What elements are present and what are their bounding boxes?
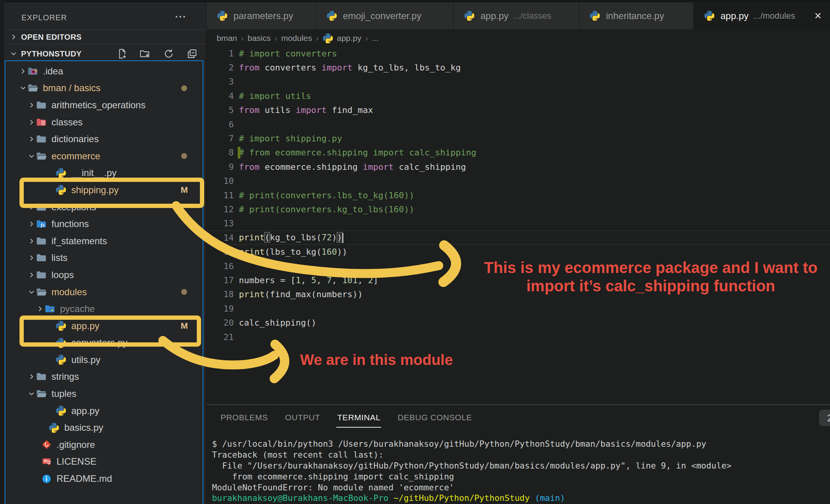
breadcrumb-item[interactable]: modules xyxy=(281,33,312,43)
tree-item-converters-py[interactable]: converters.py xyxy=(5,335,201,352)
breadcrumb-item[interactable]: basics xyxy=(247,33,271,43)
open-editors-section[interactable]: OPEN EDITORS xyxy=(4,30,206,44)
breadcrumb[interactable]: bman›basics›modules›app.py›... xyxy=(217,32,379,45)
editor-tab-emoji_converter-py[interactable]: emoji_converter.py xyxy=(316,2,454,29)
editor-tab-parameters-py[interactable]: parameters.py xyxy=(207,2,316,29)
code-area[interactable]: 1# import converters2from converters imp… xyxy=(207,46,830,344)
tree-item-arithmetics-operations[interactable]: arithmetics_operations xyxy=(5,97,201,114)
code-line-3[interactable]: 3 xyxy=(207,75,830,89)
panel-tab-problems[interactable]: PROBLEMS xyxy=(221,413,268,428)
tree-item-shipping-py[interactable]: shipping.pyM xyxy=(5,182,201,199)
code-line-17[interactable]: 17numbers = [1, 5, 7, 101, 2] xyxy=(207,273,830,287)
new-file-icon[interactable] xyxy=(116,48,128,60)
terminal-line-2: Traceback (most recent call last): xyxy=(212,449,731,460)
code-line-9[interactable]: 9from ecommerce.shipping import calc_shi… xyxy=(207,160,830,174)
tree-item-tuples[interactable]: tuples xyxy=(5,385,201,402)
line-number: 10 xyxy=(207,176,234,186)
terminal-line-5: ModuleNotFoundError: No module named 'ec… xyxy=(212,482,731,493)
tree-item-lists[interactable]: lists xyxy=(5,250,201,267)
text-cursor xyxy=(343,233,343,243)
tree-item-label: modules xyxy=(51,287,87,298)
tree-item-classes[interactable]: classes xyxy=(5,114,201,131)
tree-item-label: tuples xyxy=(51,388,76,399)
python-icon xyxy=(322,33,334,44)
tree-item-app-py[interactable]: app.pyM xyxy=(5,317,201,335)
chevron-down-icon xyxy=(27,389,36,398)
code-line-1[interactable]: 1# import converters xyxy=(207,46,830,60)
close-icon[interactable]: ✕ xyxy=(814,11,822,21)
new-folder-icon[interactable] xyxy=(139,48,152,60)
code-text: from ecommerce.shipping import calc_ship… xyxy=(239,162,466,172)
python-icon xyxy=(217,10,228,21)
tab-label: app.py xyxy=(480,11,509,21)
tree-item-label: bman / basics xyxy=(43,83,101,93)
panel-tab-output[interactable]: OUTPUT xyxy=(285,413,320,428)
left-edge-strip xyxy=(0,0,4,504)
code-line-15[interactable]: 15print(lbs_to_kg(160)) xyxy=(207,245,830,259)
breadcrumb-item[interactable]: ... xyxy=(372,33,379,43)
terminal-output[interactable]: $ /usr/local/bin/python3 /Users/burakhan… xyxy=(212,439,731,504)
tree-item-bman-basics[interactable]: bman / basics xyxy=(5,80,201,97)
tree-item-if-statements[interactable]: if_statements xyxy=(5,233,201,250)
breadcrumb-item[interactable]: bman xyxy=(217,33,237,43)
panel-tab-terminal[interactable]: TERMINAL xyxy=(337,413,380,428)
code-line-8[interactable]: 8# from ecommerce.shipping import calc_s… xyxy=(207,146,830,160)
tree-item-basics-py[interactable]: basics.py xyxy=(5,419,201,436)
python-icon xyxy=(55,167,67,179)
code-line-19[interactable]: 19 xyxy=(207,301,830,315)
code-line-10[interactable]: 10 xyxy=(207,174,830,188)
tree-item-strings[interactable]: strings xyxy=(5,368,201,386)
editor-tab-app-py[interactable]: app.py.../classes xyxy=(454,2,579,29)
tree-item-label: LICENSE xyxy=(57,456,97,467)
tree-item-label: dictionaries xyxy=(51,134,99,145)
tree-item--idea[interactable]: .idea xyxy=(5,63,201,80)
line-number: 21 xyxy=(207,332,234,342)
code-editor[interactable]: bman›basics›modules›app.py›... 1# import… xyxy=(207,29,830,404)
tree-item-readme-md[interactable]: README.md xyxy=(5,470,201,487)
tree-item-ecommerce[interactable]: ecommerce xyxy=(5,148,201,165)
folder-open-icon xyxy=(36,388,47,399)
tree-item-label: pycache xyxy=(60,303,95,314)
code-line-4[interactable]: 4# import utils xyxy=(207,89,830,103)
code-line-11[interactable]: 11# print(converters.lbs_to_kg(160)) xyxy=(207,188,830,202)
svg-text:fx: fx xyxy=(41,223,45,228)
tree-item-exceptions[interactable]: exceptions xyxy=(5,199,201,216)
code-text: # print(converters.lbs_to_kg(160)) xyxy=(239,190,414,200)
editor-tab-app-py[interactable]: app.py.../modules✕ xyxy=(694,2,830,29)
tree-item-label: utils.py xyxy=(71,354,101,365)
code-line-12[interactable]: 12# print(converters.kg_to_lbs(160)) xyxy=(207,202,830,216)
tree-item-functions[interactable]: fxfunctions xyxy=(5,215,201,233)
code-line-18[interactable]: 18print(find_max(numbers)) xyxy=(207,287,830,301)
panel-tab-debug-console[interactable]: DEBUG CONSOLE xyxy=(397,413,472,428)
refresh-icon[interactable] xyxy=(162,48,175,60)
tree-item-utils-py[interactable]: utils.py xyxy=(5,351,201,368)
code-line-6[interactable]: 6 xyxy=(207,117,830,131)
terminal-count-badge[interactable]: 2 xyxy=(819,410,830,426)
tree-item-loops[interactable]: loops xyxy=(5,266,201,284)
folder-icon xyxy=(36,236,47,247)
editor-tab-inheritance-py[interactable]: inheritance.py xyxy=(579,2,694,29)
tree-item--gitignore[interactable]: .gitignore xyxy=(5,436,201,453)
code-line-7[interactable]: 7# import shipping.py xyxy=(207,131,830,145)
breadcrumb-item[interactable]: app.py xyxy=(337,33,361,43)
tree-item-modules[interactable]: modules xyxy=(5,284,201,301)
code-line-5[interactable]: 5from utils import find_max xyxy=(207,103,830,117)
code-line-16[interactable]: 16 xyxy=(207,259,830,273)
collapse-all-icon[interactable] xyxy=(186,48,198,60)
line-number: 13 xyxy=(207,219,234,228)
tree-item-app-py[interactable]: app.py xyxy=(5,402,201,419)
tree-item--init-py[interactable]: __init__.py xyxy=(5,165,201,182)
code-line-13[interactable]: 13 xyxy=(207,217,830,231)
code-line-14[interactable]: 14print(kg_to_lbs(72)) xyxy=(207,231,830,245)
code-line-20[interactable]: 20calc_shipping() xyxy=(207,315,830,330)
code-line-21[interactable]: 21 xyxy=(207,330,830,344)
tree-item-label: classes xyxy=(51,117,83,128)
chevron-down-icon xyxy=(19,84,27,92)
tree-item-pycache[interactable]: pycache xyxy=(5,300,201,317)
line-number: 1 xyxy=(207,49,234,58)
folder-py-icon xyxy=(44,303,55,314)
tree-item-license[interactable]: LICENSE xyxy=(5,453,201,471)
tree-item-dictionaries[interactable]: dictionaries xyxy=(5,130,201,148)
explorer-more-actions-icon[interactable]: ⋯ xyxy=(175,9,187,23)
code-line-2[interactable]: 2from converters import kg_to_lbs, lbs_t… xyxy=(207,60,830,74)
